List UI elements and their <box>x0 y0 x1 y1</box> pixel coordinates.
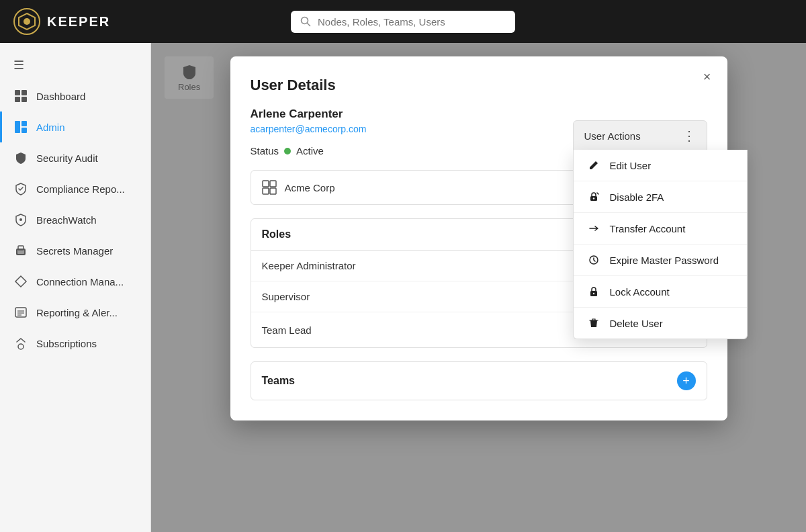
search-input[interactable] <box>318 16 506 28</box>
modal-title: User Details <box>251 77 707 94</box>
top-nav: KEEPER <box>0 0 806 43</box>
svg-rect-30 <box>270 181 276 187</box>
user-name: Arlene Carpenter <box>251 107 707 121</box>
lock-2fa-icon <box>587 190 600 204</box>
shield-icon <box>13 150 28 165</box>
sidebar: ☰ Dashboard Admin <box>0 43 151 532</box>
modal-overlay: × User Details Arlene Carpenter acarpent… <box>151 43 806 532</box>
svg-rect-14 <box>17 250 24 254</box>
subscriptions-icon <box>13 336 28 351</box>
main-layout: ☰ Dashboard Admin <box>0 43 806 532</box>
three-dots-icon: ⋮ <box>682 128 696 144</box>
svg-rect-29 <box>263 188 269 194</box>
svg-rect-17 <box>15 308 26 317</box>
dropdown-item-expire-master-password[interactable]: Expire Master Password <box>574 245 747 276</box>
status-value: Active <box>296 145 324 157</box>
dropdown-item-delete-user[interactable]: Delete User <box>574 308 747 339</box>
dropdown-item-edit-user[interactable]: Edit User <box>574 150 747 181</box>
user-actions-area: User Actions ⋮ Edit User <box>573 120 707 151</box>
logo-text: KEEPER <box>47 14 110 30</box>
svg-point-26 <box>592 293 594 294</box>
sidebar-item-reporting[interactable]: Reporting & Aler... <box>0 297 150 328</box>
svg-rect-6 <box>21 90 27 95</box>
status-dot <box>284 148 291 154</box>
reporting-icon <box>13 305 28 320</box>
sidebar-item-dashboard[interactable]: Dashboard <box>0 81 150 112</box>
teams-header: Teams + <box>251 362 707 400</box>
search-icon <box>300 16 311 27</box>
delete-user-label: Delete User <box>610 318 663 329</box>
add-team-button[interactable]: + <box>677 371 696 390</box>
sidebar-item-breachwatch[interactable]: BreachWatch <box>0 204 150 235</box>
sidebar-item-subscriptions[interactable]: Subscriptions <box>0 328 150 359</box>
svg-line-4 <box>308 24 310 26</box>
svg-rect-7 <box>15 97 20 102</box>
sidebar-item-compliance[interactable]: Compliance Repo... <box>0 173 150 204</box>
modal-close-button[interactable]: × <box>698 67 717 86</box>
svg-rect-9 <box>15 121 20 133</box>
role-name-0: Keeper Administrator <box>262 260 356 271</box>
secrets-icon <box>13 243 28 258</box>
sidebar-item-admin[interactable]: Admin <box>0 112 150 142</box>
breachwatch-icon <box>13 212 28 227</box>
admin-icon <box>13 120 28 134</box>
menu-icon[interactable]: ☰ <box>0 50 150 81</box>
status-label: Status <box>251 145 279 157</box>
role-name-2: Team Lead <box>262 324 312 336</box>
logo-area: KEEPER <box>13 8 110 35</box>
edit-user-label: Edit User <box>610 160 652 171</box>
svg-point-12 <box>19 218 22 221</box>
user-actions-button[interactable]: User Actions ⋮ <box>573 120 707 151</box>
teams-section: Teams + <box>251 361 707 400</box>
node-icon <box>262 180 277 195</box>
user-details-modal: × User Details Arlene Carpenter acarpent… <box>230 56 727 420</box>
pencil-icon <box>587 159 600 172</box>
dropdown-item-lock-account[interactable]: Lock Account <box>574 276 747 308</box>
sidebar-item-label: BreachWatch <box>36 214 96 226</box>
sidebar-item-label: Subscriptions <box>36 338 97 349</box>
sidebar-item-label: Reporting & Aler... <box>36 307 118 318</box>
lock-icon <box>587 285 600 298</box>
lock-account-label: Lock Account <box>610 286 670 298</box>
transfer-account-label: Transfer Account <box>610 223 686 234</box>
sidebar-item-connection-manager[interactable]: Connection Mana... <box>0 266 150 297</box>
sidebar-item-label: Compliance Repo... <box>36 183 125 195</box>
svg-point-23 <box>592 197 594 199</box>
compliance-icon <box>13 181 28 196</box>
svg-point-2 <box>24 18 30 25</box>
svg-rect-11 <box>21 128 27 133</box>
svg-rect-5 <box>15 90 20 95</box>
sidebar-item-label: Security Audit <box>36 152 98 164</box>
svg-rect-8 <box>21 97 27 102</box>
sidebar-item-label: Secrets Manager <box>36 245 113 257</box>
disable-2fa-label: Disable 2FA <box>610 191 664 203</box>
content-area: Roles × User Details Arlene Carpenter ac… <box>151 43 806 532</box>
expire-master-password-label: Expire Master Password <box>610 255 719 266</box>
close-icon: × <box>703 69 711 85</box>
svg-marker-16 <box>15 276 26 287</box>
connection-icon <box>13 274 28 289</box>
user-actions-dropdown: Edit User <box>573 150 748 339</box>
sidebar-item-secrets-manager[interactable]: Secrets Manager <box>0 235 150 266</box>
trash-icon <box>587 316 600 330</box>
clock-lock-icon <box>587 253 600 267</box>
dropdown-item-disable-2fa[interactable]: Disable 2FA <box>574 181 747 213</box>
sidebar-item-label: Dashboard <box>36 91 85 102</box>
svg-point-21 <box>18 344 24 349</box>
sidebar-item-label: Connection Mana... <box>36 276 124 287</box>
sidebar-item-security-audit[interactable]: Security Audit <box>0 142 150 173</box>
svg-rect-10 <box>21 121 27 126</box>
teams-label: Teams <box>262 375 296 387</box>
plus-icon: + <box>682 374 690 388</box>
svg-rect-28 <box>263 181 269 187</box>
dropdown-item-transfer-account[interactable]: Transfer Account <box>574 213 747 245</box>
keeper-logo-icon <box>13 8 40 35</box>
svg-rect-31 <box>270 188 276 194</box>
node-name: Acme Corp <box>285 182 335 193</box>
sidebar-item-label: Admin <box>36 122 65 133</box>
user-actions-label: User Actions <box>584 130 641 142</box>
transfer-icon <box>587 222 600 235</box>
search-bar[interactable] <box>291 11 515 33</box>
role-name-1: Supervisor <box>262 291 310 302</box>
dashboard-icon <box>13 89 28 103</box>
